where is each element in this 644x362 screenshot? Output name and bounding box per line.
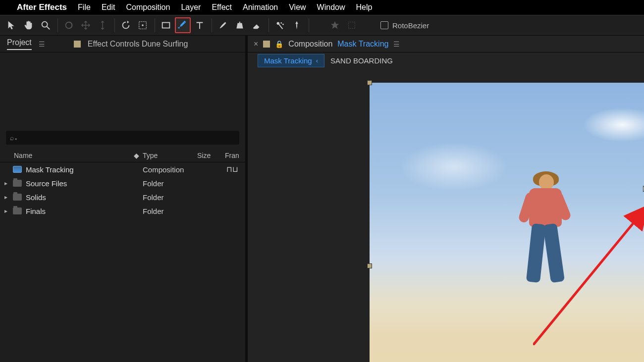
folder-icon (13, 194, 22, 201)
item-type: Folder (143, 207, 197, 215)
rotobezier-toggle[interactable]: RotoBezier (380, 21, 429, 30)
eraser-tool[interactable] (249, 17, 265, 33)
comp-name-link[interactable]: Mask Tracking (337, 40, 388, 49)
comp-label: Composition (288, 40, 332, 49)
selection-tool[interactable] (4, 17, 20, 33)
tab-effect-controls[interactable]: Effect Controls Dune Surfing (88, 40, 188, 49)
folder-icon (13, 207, 22, 214)
rotobezier-checkbox[interactable] (380, 21, 388, 29)
favorite-icon[interactable] (327, 17, 343, 33)
item-type: Folder (143, 179, 197, 188)
expand-icon[interactable]: ▸ (3, 194, 9, 201)
breadcrumb-active[interactable]: Mask Tracking‹ (258, 54, 324, 67)
project-panel: Project ☰ Effect Controls Dune Surfing ⌕… (0, 36, 245, 362)
svg-rect-5 (162, 23, 170, 28)
effect-controls-swatch (74, 41, 81, 48)
snap-icon[interactable] (344, 17, 360, 33)
panel-menu-icon[interactable]: ☰ (39, 40, 45, 48)
expand-icon[interactable]: ▸ (3, 180, 9, 187)
canvas[interactable] (370, 83, 644, 362)
project-search[interactable]: ⌕▾ (6, 131, 239, 145)
search-icon: ⌕▾ (10, 134, 18, 142)
svg-point-4 (142, 24, 144, 26)
menu-effect[interactable]: Effect (212, 3, 232, 12)
composition-icon (13, 166, 22, 173)
project-row[interactable]: ▸FinalsFolder (0, 204, 245, 218)
svg-point-0 (42, 22, 48, 27)
item-type: Folder (143, 193, 197, 202)
pan-tool[interactable] (78, 17, 94, 33)
tab-project[interactable]: Project (7, 38, 32, 50)
pin-tool[interactable] (289, 17, 305, 33)
dolly-tool[interactable] (95, 17, 110, 33)
brush-tool[interactable] (215, 17, 231, 33)
rectangle-tool[interactable] (158, 17, 174, 33)
svg-point-7 (280, 22, 282, 24)
svg-line-1 (47, 27, 50, 30)
menu-view[interactable]: View (289, 3, 306, 12)
col-tag[interactable]: ◆ (130, 152, 143, 159)
comp-breadcrumb: Mask Tracking‹ SAND BOARDING (248, 52, 644, 68)
comp-panel-menu-icon[interactable]: ☰ (393, 40, 400, 48)
app-menu[interactable]: After Effects (17, 2, 67, 12)
toolbar: RotoBezier (0, 15, 644, 36)
flowchart-icon[interactable]: ⊓⊔ (226, 165, 238, 173)
item-type: Composition (143, 165, 197, 174)
lock-icon[interactable]: 🔒 (275, 40, 283, 48)
chevron-left-icon: ‹ (316, 57, 318, 64)
item-name: Source Files (26, 179, 67, 188)
item-name: Mask Tracking (26, 165, 74, 174)
zoom-tool[interactable] (38, 17, 54, 33)
menu-composition[interactable]: Composition (126, 3, 170, 12)
svg-rect-9 (349, 22, 355, 29)
col-fran[interactable]: Fran (225, 152, 245, 159)
expand-icon[interactable]: ▸ (3, 207, 9, 214)
menu-window[interactable]: Window (317, 3, 345, 12)
type-tool[interactable] (192, 17, 208, 33)
col-type[interactable]: Type (143, 152, 197, 159)
col-name[interactable]: Name (0, 152, 130, 159)
rotation-tool[interactable] (118, 17, 134, 33)
composition-viewer[interactable] (248, 70, 644, 362)
menu-animation[interactable]: Animation (243, 3, 278, 12)
item-name: Solids (26, 193, 46, 202)
close-tab-icon[interactable]: × (254, 40, 258, 49)
breadcrumb-item[interactable]: SAND BOARDING (324, 54, 399, 67)
menu-edit[interactable]: Edit (102, 3, 115, 12)
project-columns: Name ◆ Type Size Fran (0, 149, 245, 162)
col-size[interactable]: Size (197, 152, 225, 159)
folder-icon (13, 180, 22, 187)
rotobezier-label: RotoBezier (392, 21, 429, 30)
person-graphic (518, 174, 573, 293)
menu-help[interactable]: Help (356, 3, 373, 12)
selection-handle[interactable] (367, 80, 372, 85)
composition-panel: × 🔒 Composition Mask Tracking ☰ Mask Tra… (248, 36, 644, 362)
project-row[interactable]: Mask TrackingComposition⊓⊔ (0, 162, 245, 176)
menu-file[interactable]: File (78, 3, 91, 12)
hand-tool[interactable] (21, 17, 37, 33)
cloud-graphic (399, 142, 508, 192)
roto-brush-tool[interactable] (272, 17, 288, 33)
macos-menubar: After Effects File Edit Composition Laye… (0, 0, 644, 15)
project-row[interactable]: ▸Source FilesFolder (0, 176, 245, 190)
item-name: Finals (26, 207, 46, 215)
selection-handle[interactable] (367, 263, 372, 268)
svg-point-8 (282, 24, 284, 25)
clone-stamp-tool[interactable] (232, 17, 248, 33)
pen-tool[interactable] (175, 17, 191, 33)
anchor-tool[interactable] (135, 17, 151, 33)
comp-swatch (263, 41, 270, 48)
project-row[interactable]: ▸SolidsFolder (0, 190, 245, 204)
pen-cursor-icon (642, 185, 644, 195)
menu-layer[interactable]: Layer (181, 3, 201, 12)
orbit-tool[interactable] (61, 17, 77, 33)
